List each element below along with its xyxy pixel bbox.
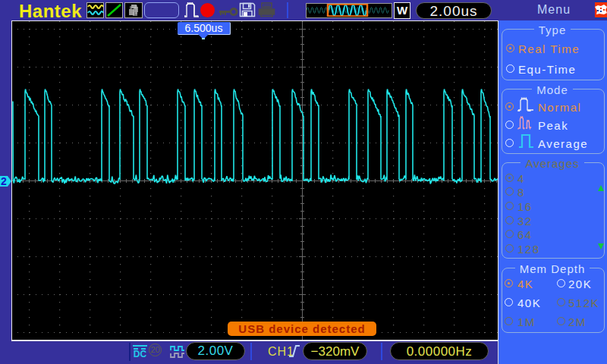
svg-text:2: 2 — [1, 175, 7, 187]
